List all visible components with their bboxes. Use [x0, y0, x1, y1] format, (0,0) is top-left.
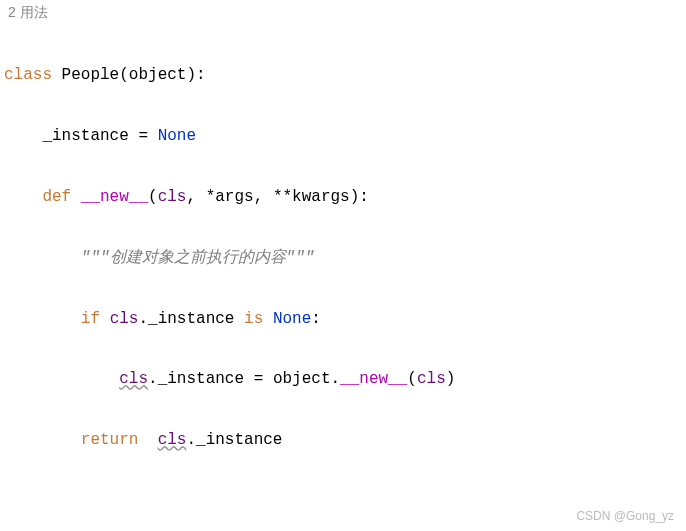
variable: _instance	[42, 127, 128, 145]
code-line: """创建对象之前执行的内容"""	[4, 243, 682, 273]
keyword-class: class	[4, 66, 62, 84]
section-header: 2 用法	[0, 0, 686, 26]
method: __new__	[340, 370, 407, 388]
param: args	[215, 188, 253, 206]
var-cls: cls	[417, 370, 446, 388]
colon: :	[311, 310, 321, 328]
var-cls: cls	[119, 370, 148, 388]
var-cls: cls	[110, 310, 139, 328]
code-line: class People(object):	[4, 60, 682, 90]
var-cls: cls	[158, 431, 187, 449]
comma: , *	[186, 188, 215, 206]
indent	[4, 188, 42, 206]
indent	[4, 249, 81, 267]
space	[138, 431, 157, 449]
builtin: object	[273, 370, 331, 388]
keyword-none: None	[158, 127, 196, 145]
dot: .	[186, 431, 196, 449]
code-block: class People(object): _instance = None d…	[0, 26, 686, 531]
code-line: return cls._instance	[4, 425, 682, 455]
dot: .	[330, 370, 340, 388]
code-line: if cls._instance is None:	[4, 304, 682, 334]
indent	[4, 127, 42, 145]
paren: )	[446, 370, 456, 388]
operator: =	[244, 370, 273, 388]
dot: .	[148, 370, 158, 388]
paren: (	[119, 66, 129, 84]
code-line: def __new__(cls, *args, **kwargs):	[4, 182, 682, 212]
code-line: cls._instance = object.__new__(cls)	[4, 364, 682, 394]
attr: _instance	[158, 370, 244, 388]
dot: .	[138, 310, 148, 328]
keyword-none: None	[273, 310, 311, 328]
keyword-is: is	[234, 310, 272, 328]
keyword-return: return	[81, 431, 139, 449]
builtin: object	[129, 66, 187, 84]
paren: ):	[350, 188, 369, 206]
attr: _instance	[148, 310, 234, 328]
indent	[4, 310, 81, 328]
docstring: """创建对象之前执行的内容"""	[81, 249, 315, 267]
function-name: __new__	[81, 188, 148, 206]
paren: (	[148, 188, 158, 206]
attr: _instance	[196, 431, 282, 449]
param: cls	[158, 188, 187, 206]
code-line: _instance = None	[4, 121, 682, 151]
indent	[4, 370, 119, 388]
keyword-def: def	[42, 188, 80, 206]
class-name: People	[62, 66, 120, 84]
watermark: CSDN @Gong_yz	[576, 509, 674, 523]
operator: =	[129, 127, 158, 145]
paren: ):	[186, 66, 205, 84]
param: kwargs	[292, 188, 350, 206]
comma: , **	[254, 188, 292, 206]
indent	[4, 431, 81, 449]
keyword-if: if	[81, 310, 110, 328]
paren: (	[407, 370, 417, 388]
